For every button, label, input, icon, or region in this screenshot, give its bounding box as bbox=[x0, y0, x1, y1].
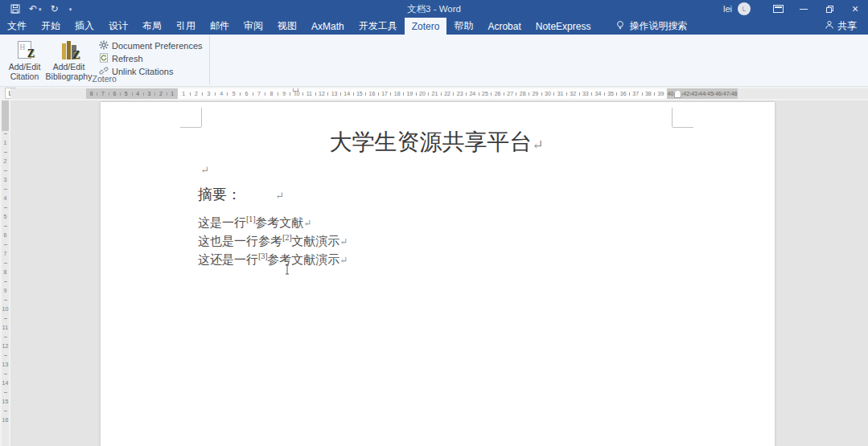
ruler-number: 23 bbox=[454, 88, 466, 99]
citation-superscript[interactable]: [2] bbox=[282, 234, 291, 242]
line-text: 这还是一行 bbox=[198, 252, 258, 267]
tab-axmath[interactable]: AxMath bbox=[304, 18, 352, 35]
avatar[interactable]: L bbox=[738, 2, 751, 15]
body-line[interactable]: 这还是一行[3]参考文献演示↵ bbox=[198, 252, 348, 268]
ruler-number: 7 bbox=[2, 247, 9, 260]
body-line[interactable]: 这也是一行参考[2]文献演示↵ bbox=[198, 234, 348, 249]
ruler-number: 39 bbox=[655, 88, 667, 99]
ruler-tick bbox=[4, 374, 7, 374]
tab-视图[interactable]: 视图 bbox=[270, 18, 304, 35]
ruler-number: 12 bbox=[2, 339, 9, 353]
close-icon[interactable]: × bbox=[842, 0, 868, 18]
citation-document-icon: [–]Z bbox=[18, 39, 31, 61]
ruler-number: 27 bbox=[504, 88, 516, 99]
tab-acrobat[interactable]: Acrobat bbox=[480, 18, 528, 35]
document-title[interactable]: 大学生资源共享平台↵ bbox=[201, 127, 672, 158]
horizontal-ruler[interactable]: 87654321 1234567891011121314151617181920… bbox=[10, 88, 868, 99]
tab-布局[interactable]: 布局 bbox=[135, 18, 169, 35]
page[interactable]: 大学生资源共享平台↵ ↵ 摘要：↵ 这是一行[1]参考文献↵这也是一行参考[2]… bbox=[101, 102, 775, 446]
ruler-number: 24 bbox=[467, 88, 479, 99]
ruler-number: 47 bbox=[722, 88, 730, 99]
paragraph-mark: ↵ bbox=[275, 190, 284, 202]
ruler-tick bbox=[4, 189, 7, 190]
ruler-number: 35 bbox=[605, 88, 617, 99]
minimize-icon[interactable] bbox=[791, 0, 817, 18]
customize-quick-access-icon[interactable]: ▾ bbox=[69, 6, 72, 12]
zotero-ribbon-group: [–]Z Add/Edit Citation Z Add/Edit Biblio… bbox=[0, 35, 210, 84]
lightbulb-icon bbox=[615, 20, 625, 33]
repeat-icon[interactable]: ↻ bbox=[51, 4, 59, 14]
refresh-button[interactable]: Refresh bbox=[99, 52, 203, 65]
body-line[interactable]: 这是一行[1]参考文献↵ bbox=[198, 215, 311, 231]
tab-帮助[interactable]: 帮助 bbox=[446, 18, 480, 35]
ribbon: [–]Z Add/Edit Citation Z Add/Edit Biblio… bbox=[0, 35, 868, 87]
ruler-number: 46 bbox=[714, 88, 722, 99]
ruler-number: 44 bbox=[699, 88, 706, 99]
ruler-number: 14 bbox=[2, 376, 9, 390]
ruler-number: 9 bbox=[278, 88, 290, 99]
ruler-number: 13 bbox=[2, 358, 9, 371]
ruler-number: 4 bbox=[2, 191, 9, 205]
undo-dropdown-icon[interactable]: ▾ bbox=[39, 6, 42, 12]
tab-开始[interactable]: 开始 bbox=[34, 18, 68, 35]
ruler-number: 1 bbox=[178, 88, 190, 99]
ruler-number: 22 bbox=[442, 88, 454, 99]
document-canvas[interactable]: 大学生资源共享平台↵ ↵ 摘要：↵ 这是一行[1]参考文献↵这也是一行参考[2]… bbox=[10, 100, 868, 446]
refresh-icon bbox=[99, 53, 109, 64]
ruler-number: 48 bbox=[730, 88, 738, 99]
abstract-heading[interactable]: 摘要：↵ bbox=[198, 185, 284, 204]
zotero-small-buttons: Document Preferences Refresh Unlink Cita… bbox=[99, 37, 203, 78]
tab-邮件[interactable]: 邮件 bbox=[203, 18, 237, 35]
tab-插入[interactable]: 插入 bbox=[68, 18, 101, 35]
user-name[interactable]: lei bbox=[723, 4, 732, 14]
ribbon-group-label: Zotero bbox=[0, 74, 209, 84]
save-icon[interactable] bbox=[10, 4, 20, 14]
ruler-number: 2 bbox=[2, 154, 9, 168]
tab-设计[interactable]: 设计 bbox=[101, 18, 135, 35]
ribbon-display-options-icon[interactable] bbox=[765, 0, 791, 18]
document-area: 12345678910111213141516 大学生资源共享平台↵ ↵ 摘要：… bbox=[0, 100, 868, 446]
document-preferences-button[interactable]: Document Preferences bbox=[99, 39, 203, 52]
margin-crop-mark bbox=[180, 127, 201, 128]
ruler-number: 26 bbox=[492, 88, 504, 99]
margin-crop-mark bbox=[673, 127, 693, 128]
ruler-number: 21 bbox=[429, 88, 441, 99]
ruler-number: 8 bbox=[265, 88, 278, 99]
share-button[interactable]: 共享 bbox=[813, 18, 868, 35]
vertical-ruler[interactable]: 12345678910111213141516 bbox=[0, 100, 10, 446]
tab-zotero[interactable]: Zotero bbox=[405, 18, 447, 35]
citation-superscript[interactable]: [1] bbox=[246, 215, 255, 223]
undo-icon[interactable]: ↶▾ bbox=[29, 4, 42, 14]
ruler-number: 11 bbox=[303, 88, 315, 99]
ruler-number: 12 bbox=[316, 88, 328, 99]
ruler-number: 38 bbox=[643, 88, 655, 99]
tab-noteexpress[interactable]: NoteExpress bbox=[529, 18, 599, 35]
restore-icon[interactable] bbox=[817, 0, 842, 18]
ruler-number: 40 bbox=[667, 88, 674, 99]
ruler-number: 4 bbox=[133, 88, 143, 99]
ruler-number: 28 bbox=[516, 88, 529, 99]
paragraph-mark: ↵ bbox=[339, 255, 348, 266]
line-text: 这也是一行参考 bbox=[198, 234, 282, 248]
line-text: 这是一行 bbox=[198, 215, 246, 230]
ruler-number: 29 bbox=[529, 88, 541, 99]
ruler-number: 13 bbox=[328, 88, 340, 99]
ruler-number: 36 bbox=[617, 88, 629, 99]
hanging-indent-marker[interactable] bbox=[292, 95, 298, 99]
ruler-number: 31 bbox=[554, 88, 566, 99]
tab-审阅[interactable]: 审阅 bbox=[237, 18, 270, 35]
ruler-tick bbox=[4, 355, 7, 356]
person-icon bbox=[825, 20, 834, 32]
ruler-number: 5 bbox=[2, 210, 9, 223]
citation-superscript[interactable]: [3] bbox=[258, 252, 267, 260]
tab-引用[interactable]: 引用 bbox=[169, 18, 203, 35]
tell-me-search[interactable]: 操作说明搜索 bbox=[611, 18, 692, 35]
ribbon-tab-row: 文件开始插入设计布局引用邮件审阅视图AxMath开发工具Zotero帮助Acro… bbox=[0, 18, 868, 35]
share-label: 共享 bbox=[837, 19, 857, 33]
line-text: 参考文献演示 bbox=[267, 252, 339, 267]
ruler-number: 16 bbox=[366, 88, 378, 99]
tab-文件[interactable]: 文件 bbox=[0, 18, 34, 35]
line-text: 文献演示 bbox=[291, 234, 339, 248]
first-line-indent-marker[interactable] bbox=[293, 88, 298, 92]
tab-开发工具[interactable]: 开发工具 bbox=[352, 18, 405, 35]
